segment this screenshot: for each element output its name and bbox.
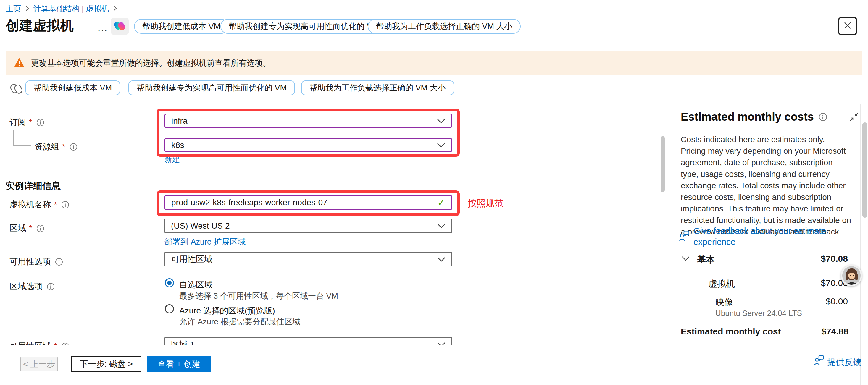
chevron-down-icon xyxy=(437,255,445,264)
breadcrumb-chevron-icon xyxy=(113,5,117,13)
copilot-suggestion-vm-size[interactable]: 帮助我为工作负载选择正确的 VM 大小 xyxy=(368,19,521,34)
collapse-panel-button[interactable] xyxy=(848,111,860,124)
breadcrumb-home[interactable]: 主页 xyxy=(6,4,21,14)
copilot-button[interactable] xyxy=(111,18,129,35)
cost-group-amount: $70.08 xyxy=(769,254,848,264)
warning-text: 更改基本选项可能会重置所做的选择。创建虚拟机前查看所有选项。 xyxy=(31,58,271,68)
vm-name-label: 虚拟机名称* xyxy=(9,199,69,210)
radio-self-selected-zones-desc: 最多选择 3 个可用性区域，每个区域一台 VM xyxy=(179,291,338,301)
feedback-person-icon xyxy=(813,355,825,368)
panel-scrollbar[interactable] xyxy=(862,122,867,218)
cost-item-amount: $70.08 xyxy=(769,278,848,288)
copilot-outline-icon xyxy=(10,83,23,96)
cost-item-label: 虚拟机 xyxy=(708,278,735,290)
copilot-suggestion-low-cost[interactable]: 帮助我创建低成本 VM xyxy=(26,81,120,95)
cost-item-sublabel: Ubuntu Server 24.04 LTS xyxy=(715,309,802,318)
panel-divider xyxy=(668,343,860,343)
info-icon[interactable] xyxy=(36,224,44,232)
feedback-bubble-icon xyxy=(679,230,690,243)
chevron-down-icon xyxy=(437,221,445,231)
chevron-down-icon xyxy=(437,140,445,150)
total-cost-label: Estimated monthly cost xyxy=(681,326,781,336)
create-new-link[interactable]: 新建 xyxy=(164,154,180,165)
total-cost-amount: $74.88 xyxy=(769,326,848,336)
info-icon[interactable] xyxy=(69,143,78,151)
cost-panel-description: Costs indicated here are estimates only.… xyxy=(681,134,852,237)
copilot-suggestion-low-cost[interactable]: 帮助我创建低成本 VM xyxy=(134,19,229,34)
breadcrumb-section[interactable]: 计算基础结构 | 虚拟机 xyxy=(33,4,109,14)
group-chevron-icon[interactable] xyxy=(682,256,690,262)
subscription-label: 订阅* xyxy=(9,117,44,128)
panel-scroll-track xyxy=(860,104,861,385)
warning-banner: 更改基本选项可能会重置所做的选择。创建虚拟机前查看所有选项。 xyxy=(6,51,862,75)
more-menu-button[interactable]: … xyxy=(97,21,108,34)
region-select[interactable]: (US) West US 2 xyxy=(164,219,452,233)
radio-azure-selected-zones-desc: 允许 Azure 根据需要分配最佳区域 xyxy=(179,316,301,327)
valid-check-icon: ✓ xyxy=(437,197,445,208)
close-icon xyxy=(843,21,852,31)
assistant-avatar[interactable] xyxy=(841,265,862,286)
radio-azure-selected-zones-label[interactable]: Azure 选择的区域(预览版) xyxy=(179,305,275,316)
copilot-suggestion-high-availability[interactable]: 帮助我创建专为实现高可用性而优化的 VM xyxy=(220,19,387,34)
zone-options-label: 区域选项 xyxy=(9,281,55,292)
cost-group-label: 基本 xyxy=(697,254,715,266)
deploy-extended-zone-link[interactable]: 部署到 Azure 扩展区域 xyxy=(164,236,246,247)
info-icon[interactable] xyxy=(55,258,63,266)
close-button[interactable] xyxy=(838,17,857,35)
cost-panel-title: Estimated monthly costs xyxy=(681,110,827,123)
estimate-feedback-link[interactable]: Give feedback about your estimate experi… xyxy=(693,226,855,248)
annotation-note: 按照规范 xyxy=(468,197,503,210)
copilot-icon xyxy=(114,20,126,33)
warning-icon xyxy=(14,58,25,68)
availability-options-label: 可用性选项 xyxy=(9,256,63,267)
info-icon[interactable] xyxy=(47,283,55,291)
give-feedback-link[interactable]: 提供反馈 xyxy=(827,357,862,368)
breadcrumb-chevron-icon xyxy=(25,5,29,13)
copilot-suggestion-vm-size[interactable]: 帮助我为工作负载选择正确的 VM 大小 xyxy=(301,81,454,95)
copilot-suggestion-high-availability[interactable]: 帮助我创建专为实现高可用性而优化的 VM xyxy=(128,81,295,95)
vm-name-input[interactable]: prod-usw2-k8s-freeleaps-worker-nodes-07 … xyxy=(164,195,452,210)
collapse-icon xyxy=(848,118,860,123)
cost-item-label: 映像 xyxy=(715,296,733,309)
info-icon[interactable] xyxy=(818,113,827,121)
region-label: 区域* xyxy=(9,223,44,234)
previous-button[interactable]: < 上一步 xyxy=(21,357,58,372)
section-heading-instance-details: 实例详细信息 xyxy=(6,180,61,192)
info-icon[interactable] xyxy=(61,201,69,209)
next-disks-button[interactable]: 下一步: 磁盘 > xyxy=(71,356,142,372)
radio-self-selected-zones-label[interactable]: 自选区域 xyxy=(179,279,212,290)
tree-connector xyxy=(13,130,31,146)
page-title: 创建虚拟机 xyxy=(6,17,74,35)
review-create-button[interactable]: 查看 + 创建 xyxy=(147,356,211,372)
radio-azure-selected-zones[interactable] xyxy=(165,304,174,314)
resource-group-label: 资源组* xyxy=(34,141,78,152)
availability-options-select[interactable]: 可用性区域 xyxy=(164,252,452,266)
radio-self-selected-zones[interactable] xyxy=(165,278,174,287)
main-scrollbar[interactable] xyxy=(661,136,665,192)
cost-item-amount: $0.00 xyxy=(769,296,848,306)
breadcrumb: 主页 计算基础结构 | 虚拟机 xyxy=(6,4,121,14)
info-icon[interactable] xyxy=(36,119,44,127)
resource-group-select[interactable]: k8s xyxy=(164,138,452,152)
chevron-down-icon xyxy=(437,116,445,126)
subscription-select[interactable]: infra xyxy=(164,114,452,128)
